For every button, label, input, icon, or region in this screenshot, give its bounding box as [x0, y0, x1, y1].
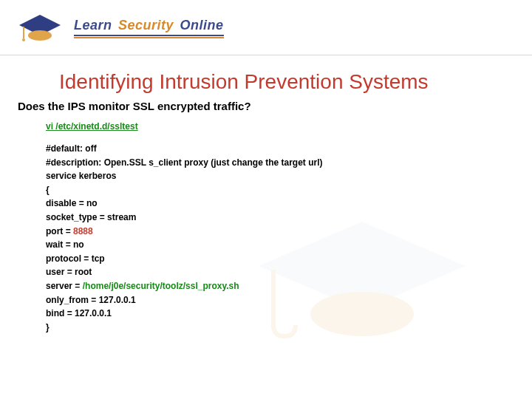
port-key: port =: [46, 226, 73, 236]
config-line: {: [46, 183, 532, 197]
grad-cap-icon: [16, 12, 64, 44]
server-value: /home/j0e/security/toolz/ssl_proxy.sh: [83, 281, 239, 291]
server-key: server =: [46, 281, 83, 291]
svg-point-4: [22, 38, 25, 41]
config-line: service kerberos: [46, 169, 532, 183]
brand-text: Learn Security Online: [74, 18, 224, 38]
port-value: 8888: [73, 226, 93, 236]
config-line: server = /home/j0e/security/toolz/ssl_pr…: [46, 279, 532, 293]
config-line: protocol = tcp: [46, 252, 532, 266]
xinetd-config: #default: off #description: Open.SSL s_c…: [46, 142, 532, 334]
header: Learn Security Online: [0, 0, 532, 55]
brand-learn: Learn: [74, 18, 112, 33]
config-line: only_from = 127.0.0.1: [46, 293, 532, 307]
slide-subtitle: Does the IPS monitor SSL encrypted traff…: [18, 100, 532, 112]
brand-online: Online: [180, 18, 223, 33]
config-line: user = root: [46, 265, 532, 279]
config-line: #default: off: [46, 142, 532, 156]
config-line: wait = no: [46, 238, 532, 252]
vi-command: vi /etc/xinetd.d/ssltest: [46, 121, 532, 132]
slide-title: Identifying Intrusion Prevention Systems: [59, 70, 532, 94]
config-line: disable = no: [46, 197, 532, 211]
config-line: socket_type = stream: [46, 211, 532, 225]
config-line: #description: Open.SSL s_client proxy (j…: [46, 156, 532, 170]
config-line: port = 8888: [46, 225, 532, 239]
config-line: bind = 127.0.0.1: [46, 307, 532, 321]
brand-rule-blue: [74, 35, 224, 36]
brand-security: Security: [118, 18, 174, 33]
svg-point-3: [28, 30, 52, 41]
brand-rule-orange: [74, 37, 224, 38]
config-line: }: [46, 321, 532, 335]
